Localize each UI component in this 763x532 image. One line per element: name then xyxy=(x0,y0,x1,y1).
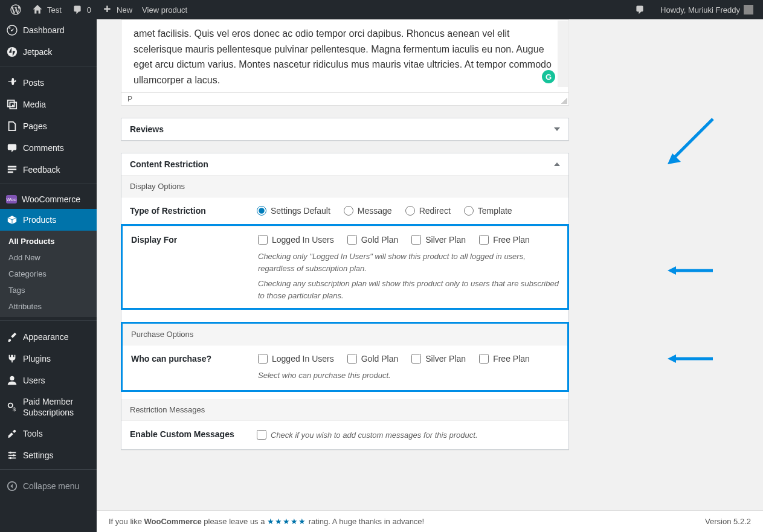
page-icon xyxy=(6,120,18,132)
plugin-icon xyxy=(6,353,18,365)
sidebar-label: Settings xyxy=(23,450,54,460)
sidebar-item-dashboard[interactable]: Dashboard xyxy=(0,19,97,41)
purchase-gold-checkbox[interactable]: Gold Plan xyxy=(347,354,398,364)
type-default-radio[interactable]: Settings Default xyxy=(257,206,330,216)
howdy-text: Howdy, Muriuki Freddy xyxy=(660,5,740,14)
submenu-tags[interactable]: Tags xyxy=(0,282,97,298)
main-content: amet facilisis. Quis vel eros donec ac o… xyxy=(97,19,763,486)
plus-icon xyxy=(101,4,113,16)
svg-line-14 xyxy=(674,119,713,158)
chevron-up-icon xyxy=(554,162,560,166)
sidebar-item-tools[interactable]: Tools xyxy=(0,423,97,444)
submenu-categories[interactable]: Categories xyxy=(0,266,97,282)
collapse-icon xyxy=(6,480,18,486)
check-label: Free Plan xyxy=(493,235,530,245)
product-icon xyxy=(6,214,18,226)
brush-icon xyxy=(6,331,18,343)
sidebar-label: Plugins xyxy=(23,354,51,364)
editor-textarea[interactable]: amet facilisis. Quis vel eros donec ac o… xyxy=(121,20,568,92)
sidebar-label: Jetpack xyxy=(23,47,52,57)
svg-rect-1 xyxy=(8,166,16,168)
sidebar-item-jetpack[interactable]: Jetpack xyxy=(0,41,97,63)
purchase-options-heading: Purchase Options xyxy=(123,324,567,345)
purchase-logged-checkbox[interactable]: Logged In Users xyxy=(258,354,334,364)
chevron-down-icon xyxy=(554,127,560,131)
display-for-label: Display For xyxy=(131,235,258,300)
svg-point-0 xyxy=(7,47,17,57)
svg-marker-17 xyxy=(668,266,676,275)
check-label: Logged In Users xyxy=(272,235,334,245)
annotation-arrow xyxy=(668,264,716,277)
comments-link[interactable]: 0 xyxy=(66,0,96,19)
svg-marker-15 xyxy=(668,153,681,164)
sidebar-item-products[interactable]: Products xyxy=(0,209,97,231)
notification-link[interactable] xyxy=(629,0,651,19)
sidebar-item-appearance[interactable]: Appearance xyxy=(0,326,97,348)
display-gold-checkbox[interactable]: Gold Plan xyxy=(347,235,398,245)
content-restriction-header[interactable]: Content Restriction xyxy=(121,153,568,176)
grammarly-icon[interactable]: G xyxy=(542,70,555,83)
sidebar-label: Posts xyxy=(23,78,44,88)
editor-scrollbar[interactable] xyxy=(558,21,568,87)
submenu-attributes[interactable]: Attributes xyxy=(0,298,97,315)
display-free-checkbox[interactable]: Free Plan xyxy=(479,235,530,245)
radio-label: Settings Default xyxy=(271,206,330,216)
sidebar-item-pages[interactable]: Pages xyxy=(0,115,97,137)
comments-count: 0 xyxy=(87,5,91,14)
display-logged-checkbox[interactable]: Logged In Users xyxy=(258,235,334,245)
check-label: Silver Plan xyxy=(425,235,466,245)
money-icon: $ xyxy=(6,401,18,413)
display-for-highlight: Display For Logged In Users Gold Plan Si… xyxy=(121,224,569,310)
sidebar-label: WooCommerce xyxy=(22,194,80,204)
sidebar-label: Products xyxy=(23,215,56,225)
svg-point-4 xyxy=(10,376,14,380)
submenu-add-new[interactable]: Add New xyxy=(0,249,97,266)
sidebar-item-woocommerce[interactable]: WooWooCommerce xyxy=(0,190,97,209)
wordpress-icon xyxy=(10,4,22,16)
sidebar-item-plugins[interactable]: Plugins xyxy=(0,348,97,370)
dashboard-icon xyxy=(6,24,18,36)
display-silver-checkbox[interactable]: Silver Plan xyxy=(411,235,466,245)
sidebar-label: Pages xyxy=(23,121,47,131)
sidebar-item-feedback[interactable]: Feedback xyxy=(0,159,97,181)
check-label: Check if you wish to add custom messages… xyxy=(271,429,478,441)
home-icon xyxy=(31,4,43,16)
sidebar-item-users[interactable]: Users xyxy=(0,370,97,391)
svg-point-5 xyxy=(8,403,13,408)
avatar xyxy=(744,5,753,14)
sidebar-label: Feedback xyxy=(23,165,60,175)
type-of-restriction-row: Type of Restriction Settings Default Mes… xyxy=(121,197,568,224)
media-icon xyxy=(6,98,18,111)
account-link[interactable]: Howdy, Muriuki Freddy xyxy=(655,0,758,19)
svg-point-11 xyxy=(13,455,15,457)
svg-point-12 xyxy=(10,457,12,460)
sidebar-item-posts[interactable]: Posts xyxy=(0,72,97,94)
svg-text:$: $ xyxy=(13,406,16,412)
reviews-header[interactable]: Reviews xyxy=(121,118,568,140)
products-submenu: All Products Add New Categories Tags Att… xyxy=(0,231,97,317)
sidebar-item-comments[interactable]: Comments xyxy=(0,137,97,159)
pin-icon xyxy=(6,77,18,89)
type-redirect-radio[interactable]: Redirect xyxy=(405,206,451,216)
purchase-silver-checkbox[interactable]: Silver Plan xyxy=(411,354,466,364)
type-message-radio[interactable]: Message xyxy=(344,206,392,216)
view-product-link[interactable]: View product xyxy=(137,0,192,19)
site-name-link[interactable]: Test xyxy=(27,0,66,19)
submenu-all-products[interactable]: All Products xyxy=(0,233,97,249)
editor-path: P xyxy=(121,92,568,105)
sidebar-item-pms[interactable]: $Paid Member Subscriptions xyxy=(0,391,97,423)
display-options-heading: Display Options xyxy=(121,176,568,197)
sidebar-item-settings[interactable]: Settings xyxy=(0,444,97,466)
sidebar-label: Paid Member Subscriptions xyxy=(23,396,91,418)
new-content-link[interactable]: New xyxy=(96,0,137,19)
wp-logo[interactable] xyxy=(5,0,27,19)
check-label: Free Plan xyxy=(493,354,530,364)
sidebar-item-media[interactable]: Media xyxy=(0,94,97,115)
purchase-free-checkbox[interactable]: Free Plan xyxy=(479,354,530,364)
type-template-radio[interactable]: Template xyxy=(464,206,512,216)
svg-rect-2 xyxy=(8,168,16,170)
form-icon xyxy=(6,164,18,176)
enable-custom-messages-checkbox[interactable]: Check if you wish to add custom messages… xyxy=(257,429,560,441)
sidebar-item-collapse[interactable]: Collapse menu xyxy=(0,475,97,486)
woo-icon: Woo xyxy=(6,195,17,204)
